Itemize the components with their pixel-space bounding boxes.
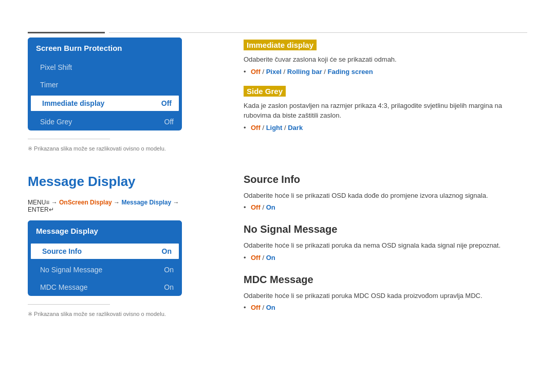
opt-slash2-sg: / xyxy=(282,124,288,132)
message-display-title: Message Display xyxy=(28,174,182,190)
opt-on-si: On xyxy=(266,203,275,211)
side-grey-option: Off / Light / Dark xyxy=(244,124,527,132)
source-info-options: Off / On xyxy=(244,203,527,211)
menu-item-pixel-shift[interactable]: Pixel Shift xyxy=(28,59,182,76)
bottom-section-line xyxy=(28,304,110,305)
mdc-message-desc: Odaberite hoće li se prikazati poruka MD… xyxy=(244,291,527,301)
menu-item-value: Off xyxy=(164,118,174,126)
menu-item-label: Source Info xyxy=(42,247,82,255)
opt-slash-si: / xyxy=(261,203,266,211)
breadcrumb-onscreen: OnScreen Display xyxy=(59,199,112,206)
no-signal-option: Off / On xyxy=(244,254,527,262)
mdc-message-option: Off / On xyxy=(244,304,527,311)
menu-item-value: On xyxy=(164,266,174,274)
opt-rolling: Rolling bar xyxy=(287,68,322,76)
breadcrumb-arrow1: → xyxy=(49,199,59,206)
divider-left xyxy=(28,32,105,33)
menu-item-mdc[interactable]: MDC Message On xyxy=(28,278,182,296)
opt-on-ns: On xyxy=(266,254,275,262)
opt-off-ns: Off xyxy=(251,254,261,262)
top-section: Screen Burn Protection Pixel Shift Timer… xyxy=(28,38,527,153)
side-grey-section: Side Grey Kada je zaslon postavljen na r… xyxy=(244,86,527,132)
menu-item-label: Timer xyxy=(40,81,58,89)
bottom-note: Prikazana slika može se razlikovati ovis… xyxy=(28,310,182,319)
divider-right xyxy=(109,32,527,33)
menu-item-label: Pixel Shift xyxy=(40,63,72,71)
opt-dark-sg: Dark xyxy=(288,124,303,132)
opt-on-mdc: On xyxy=(266,304,275,311)
breadcrumb: MENU≡ → OnScreen Display → Message Displ… xyxy=(28,199,182,213)
immediate-display-options: Off / Pixel / Rolling bar / Fading scree… xyxy=(244,68,527,76)
message-display-menu-box: Message Display Source Info On No Signal… xyxy=(28,220,182,296)
opt-off-mdc: Off xyxy=(251,304,261,311)
immediate-display-title: Immediate display xyxy=(244,40,317,50)
menu-item-label: Side Grey xyxy=(40,118,72,126)
opt-slash: / xyxy=(261,68,266,76)
breadcrumb-msgdisplay: Message Display xyxy=(121,199,171,206)
breadcrumb-arrow3: → xyxy=(171,199,179,206)
menu-item-label: Immediate display xyxy=(42,99,104,107)
top-divider xyxy=(28,0,527,33)
opt-slash-ns: / xyxy=(261,254,266,262)
top-section-line xyxy=(28,139,110,139)
menu-item-side-grey[interactable]: Side Grey Off xyxy=(28,113,182,130)
side-grey-desc: Kada je zaslon postavljen na razmjer pri… xyxy=(244,101,527,121)
source-info-option: Off / On xyxy=(244,203,527,211)
menu-item-label: No Signal Message xyxy=(40,266,102,274)
source-info-title: Source Info xyxy=(244,174,527,185)
mdc-message-section: MDC Message Odaberite hoće li se prikaza… xyxy=(244,274,527,312)
opt-slash-sg: / xyxy=(261,124,266,132)
opt-slash2: / xyxy=(282,68,287,76)
no-signal-desc: Odaberite hoće li se prikazati poruka da… xyxy=(244,240,527,251)
message-display-box-header: Message Display xyxy=(28,220,182,241)
screen-burn-header: Screen Burn Protection xyxy=(28,38,182,59)
no-signal-section: No Signal Message Odaberite hoće li se p… xyxy=(244,223,527,262)
opt-fading: Fading screen xyxy=(328,68,373,76)
opt-off-sg: Off xyxy=(251,124,261,132)
opt-off-si: Off xyxy=(251,203,261,211)
mdc-message-options: Off / On xyxy=(244,304,527,311)
menu-item-no-signal[interactable]: No Signal Message On xyxy=(28,261,182,278)
opt-slash3: / xyxy=(322,68,328,76)
breadcrumb-enter: ENTER xyxy=(28,206,49,213)
opt-light-sg: Light xyxy=(266,124,283,132)
immediate-display-option: Off / Pixel / Rolling bar / Fading scree… xyxy=(244,68,527,76)
no-signal-options: Off / On xyxy=(244,254,527,262)
no-signal-title: No Signal Message xyxy=(244,223,527,235)
breadcrumb-enter-icon: ↵ xyxy=(49,206,54,213)
screen-burn-panel: Screen Burn Protection Pixel Shift Timer… xyxy=(28,38,182,153)
right-descriptions-panel: Immediate display Odaberite čuvar zaslon… xyxy=(182,38,527,153)
message-display-panel: Message Display MENU≡ → OnScreen Display… xyxy=(28,174,182,324)
screen-burn-menu-box: Screen Burn Protection Pixel Shift Timer… xyxy=(28,38,182,130)
menu-item-label: MDC Message xyxy=(40,283,88,291)
opt-pixel: Pixel xyxy=(266,68,282,76)
source-info-desc: Odaberite hoće li se prikazati OSD kada … xyxy=(244,191,527,201)
menu-item-immediate-display[interactable]: Immediate display Off xyxy=(30,95,180,112)
bottom-right-panel: Source Info Odaberite hoće li se prikaza… xyxy=(182,174,527,324)
breadcrumb-menu: MENU xyxy=(28,199,46,206)
menu-item-value: On xyxy=(162,247,172,255)
side-grey-options: Off / Light / Dark xyxy=(244,124,527,132)
bottom-section: Message Display MENU≡ → OnScreen Display… xyxy=(28,174,527,324)
opt-slash-mdc: / xyxy=(261,304,266,311)
immediate-display-desc: Odaberite čuvar zaslona koji će se prika… xyxy=(244,54,527,65)
mdc-message-title: MDC Message xyxy=(244,274,527,286)
breadcrumb-arrow2: → xyxy=(112,199,122,206)
source-info-section: Source Info Odaberite hoće li se prikaza… xyxy=(244,174,527,212)
top-note: Prikazana slika može se razlikovati ovis… xyxy=(28,144,182,153)
menu-item-value: Off xyxy=(161,99,172,107)
menu-item-source-info[interactable]: Source Info On xyxy=(30,242,180,260)
immediate-display-section: Immediate display Odaberite čuvar zaslon… xyxy=(244,40,527,76)
menu-item-timer[interactable]: Timer xyxy=(28,76,182,94)
side-grey-title: Side Grey xyxy=(244,86,286,97)
opt-off: Off xyxy=(251,68,261,76)
menu-item-value: On xyxy=(164,283,174,291)
